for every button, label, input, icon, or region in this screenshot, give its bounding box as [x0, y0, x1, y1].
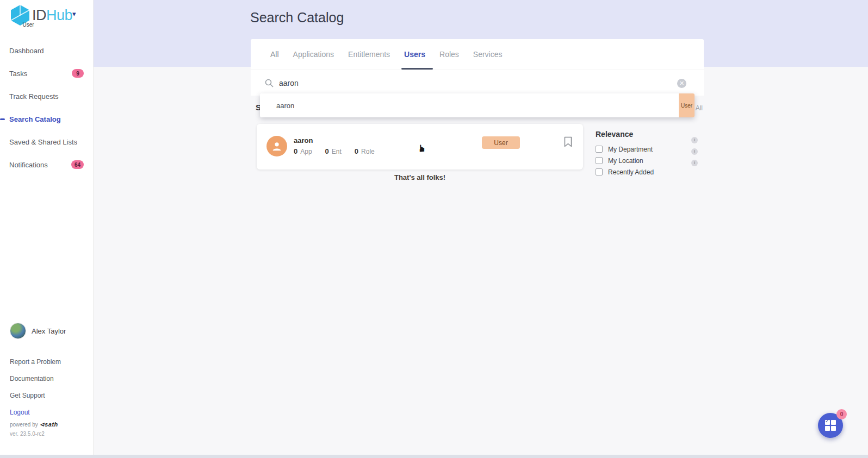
- page-title: Search Catalog: [250, 10, 344, 26]
- brand-id: ID: [32, 7, 46, 23]
- bookmark-icon[interactable]: [564, 136, 572, 147]
- relevance-info-icons: i i i: [691, 137, 698, 171]
- get-support-link[interactable]: Get Support: [10, 387, 61, 404]
- sidebar-item-label: Notifications: [9, 161, 48, 169]
- autocomplete-suggestion[interactable]: aaron User: [260, 93, 695, 117]
- recently-added-label: Recently Added: [608, 168, 654, 176]
- sidebar-item-label: Search Catalog: [9, 115, 61, 123]
- sidebar-item-label: Saved & Shared Lists: [9, 138, 77, 146]
- search-input[interactable]: [279, 79, 704, 87]
- powered-by-text: powered by: [10, 422, 38, 428]
- notifications-count-badge: 64: [71, 160, 84, 169]
- recently-added-checkbox[interactable]: [596, 168, 603, 175]
- app-root: Search Catalog Search Results Clear All …: [0, 0, 868, 458]
- search-row: ✕: [251, 70, 704, 96]
- my-department-label: My Department: [608, 146, 653, 153]
- stat-app-label: App: [300, 148, 312, 155]
- filter-recently-added: Recently Added: [596, 166, 704, 178]
- stat-ent: 0Ent: [325, 147, 342, 155]
- sidebar-item-search-catalog[interactable]: Search Catalog: [0, 108, 94, 130]
- search-panel: All Applications Entitlements Users Role…: [251, 39, 704, 96]
- my-location-label: My Location: [608, 157, 643, 165]
- pointer-cursor-icon: ☛: [416, 144, 428, 153]
- my-department-checkbox[interactable]: [596, 146, 603, 153]
- sidebar-item-label: Tasks: [9, 70, 27, 78]
- filter-my-location: My Location: [596, 155, 704, 166]
- bottom-edge-strip: [0, 455, 868, 458]
- logout-link[interactable]: Logout: [10, 404, 61, 421]
- sidebar-item-notifications[interactable]: Notifications 64: [0, 153, 94, 176]
- result-stats: 0App 0Ent 0Role: [294, 147, 375, 155]
- catalog-tabs: All Applications Entitlements Users Role…: [251, 39, 704, 70]
- result-name: aaron: [294, 136, 313, 145]
- suggestion-type-badge: User: [679, 93, 695, 117]
- tab-entitlements[interactable]: Entitlements: [348, 50, 390, 59]
- chevron-down-icon[interactable]: ▾: [72, 10, 76, 18]
- tab-services[interactable]: Services: [473, 50, 503, 59]
- info-icon[interactable]: i: [691, 148, 698, 155]
- version-label: ver. 23.5.0-rc2: [10, 431, 45, 437]
- my-location-checkbox[interactable]: [596, 157, 603, 164]
- sidebar-footer-links: Report a Problem Documentation Get Suppo…: [10, 353, 61, 421]
- sidebar-item-dashboard[interactable]: Dashboard: [0, 39, 94, 62]
- brand-name: IDHub: [32, 7, 72, 24]
- brand-role-label: User: [0, 22, 57, 28]
- stat-role-label: Role: [361, 148, 375, 155]
- report-problem-link[interactable]: Report a Problem: [10, 353, 61, 370]
- tasks-count-badge: 9: [72, 69, 84, 78]
- filter-my-department: My Department: [596, 143, 704, 155]
- brand-hub: Hub: [46, 7, 72, 23]
- end-of-results-message: That's all folks!: [257, 173, 583, 181]
- fab-count-badge: 0: [836, 409, 847, 419]
- sidebar-nav: Dashboard Tasks 9 Track Requests Search …: [0, 39, 94, 176]
- tab-all[interactable]: All: [270, 50, 279, 59]
- check-icon: ✓: [825, 418, 829, 424]
- info-icon[interactable]: i: [691, 137, 698, 143]
- documentation-link[interactable]: Documentation: [10, 370, 61, 387]
- user-name: Alex Taylor: [32, 327, 66, 335]
- sidebar-item-label: Dashboard: [9, 47, 44, 55]
- relevance-panel: Relevance My Department My Location Rece…: [596, 130, 704, 178]
- user-avatar-icon: [266, 136, 287, 156]
- current-user[interactable]: Alex Taylor: [10, 323, 66, 339]
- stat-ent-count: 0: [325, 147, 329, 155]
- stat-app: 0App: [294, 147, 312, 155]
- sidebar-item-label: Track Requests: [9, 92, 59, 101]
- powered-by: powered by ⊲sath: [10, 421, 58, 428]
- suggestion-text: aaron: [276, 102, 294, 110]
- relevance-title: Relevance: [596, 130, 704, 139]
- stat-app-count: 0: [294, 147, 297, 155]
- sath-logo: ⊲sath: [39, 421, 58, 428]
- sidebar-item-tasks[interactable]: Tasks 9: [0, 62, 94, 85]
- stat-ent-label: Ent: [332, 148, 342, 155]
- stat-role-count: 0: [355, 147, 358, 155]
- tab-users[interactable]: Users: [404, 50, 425, 59]
- stat-role: 0Role: [355, 147, 375, 155]
- sidebar-item-track-requests[interactable]: Track Requests: [0, 85, 94, 108]
- sidebar: IDHub ▾ User Dashboard Tasks 9 Track Req…: [0, 0, 94, 458]
- result-type-badge: User: [482, 136, 520, 149]
- tab-applications[interactable]: Applications: [293, 50, 334, 59]
- active-item-dash: [0, 118, 5, 120]
- info-icon[interactable]: i: [691, 160, 698, 166]
- tab-roles[interactable]: Roles: [439, 50, 459, 59]
- sidebar-item-saved-shared-lists[interactable]: Saved & Shared Lists: [0, 130, 94, 153]
- search-icon: [265, 79, 274, 87]
- grid-apps-icon: ✓: [825, 420, 836, 431]
- clear-search-icon[interactable]: ✕: [677, 79, 686, 88]
- result-card[interactable]: aaron 0App 0Ent 0Role ☛ User: [257, 124, 583, 170]
- user-photo-avatar: [10, 323, 26, 339]
